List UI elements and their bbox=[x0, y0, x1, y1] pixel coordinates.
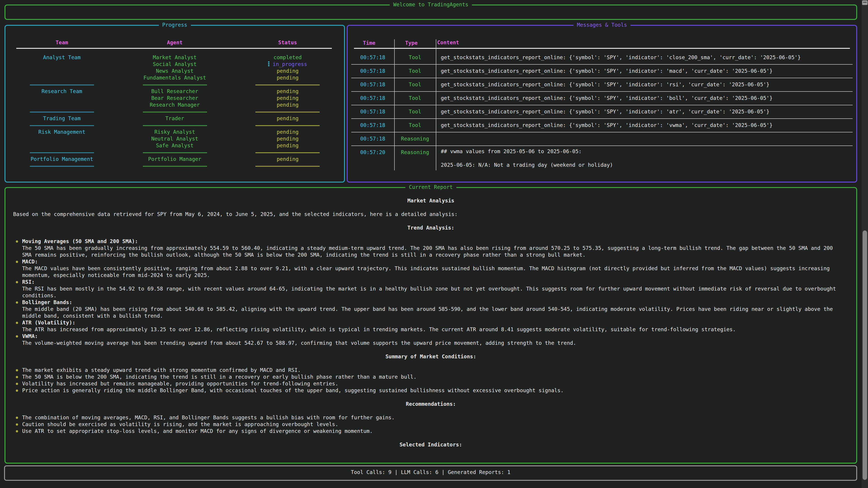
column-header-status: Status bbox=[231, 39, 344, 46]
status-cell: pending bbox=[231, 142, 344, 149]
content-cell: get_stockstats_indicators_report_online:… bbox=[436, 65, 852, 78]
report-line bbox=[5, 231, 856, 238]
bullet-icon bbox=[16, 430, 18, 432]
separator-cell bbox=[231, 152, 344, 153]
separator-cell bbox=[5, 125, 118, 126]
separator-line bbox=[143, 125, 207, 126]
stats-bar: Tool Calls: 9 | LLM Calls: 6 | Generated… bbox=[4, 465, 857, 481]
separator-cell bbox=[118, 111, 231, 112]
progress-table-header: Team Agent Status bbox=[5, 39, 344, 46]
column-header-type: Type bbox=[391, 39, 432, 46]
report-line: Bollinger Bands: bbox=[5, 299, 856, 306]
content-cell: get_stockstats_indicators_report_online:… bbox=[436, 119, 852, 132]
content-line: get_stockstats_indicators_report_online:… bbox=[441, 108, 852, 115]
bullet-icon bbox=[16, 240, 18, 242]
messages-table: Time Type Content 00:57:18Toolget_stocks… bbox=[348, 26, 856, 182]
status-cell: pending bbox=[231, 74, 344, 81]
progress-table: Team Agent Status Analyst TeamMarket Ana… bbox=[5, 26, 344, 182]
progress-row: Research Managerpending bbox=[5, 102, 344, 108]
separator-cell bbox=[5, 111, 118, 112]
agent-cell: Trader bbox=[118, 115, 231, 122]
agent-cell: Portfolio Manager bbox=[118, 156, 231, 163]
message-row: 00:57:18Toolget_stockstats_indicators_re… bbox=[351, 65, 852, 78]
welcome-panel: Welcome to TradingAgents bbox=[4, 4, 857, 20]
content-cell: get_stockstats_indicators_report_online:… bbox=[436, 92, 852, 105]
progress-row: Trading TeamTraderpending bbox=[5, 115, 344, 122]
time-cell: 00:57:18 bbox=[351, 51, 394, 64]
app-title: Welcome to TradingAgents bbox=[390, 1, 472, 8]
bullet-icon bbox=[16, 301, 18, 304]
separator-line bbox=[30, 111, 94, 112]
report-line: Volatility has increased but remains man… bbox=[5, 381, 856, 387]
progress-row: Portfolio ManagementPortfolio Managerpen… bbox=[5, 156, 344, 163]
bullet-icon bbox=[16, 376, 18, 378]
scrollbar-track[interactable] bbox=[862, 0, 868, 488]
report-line: The middle band (20 SMA) has been rising… bbox=[5, 306, 856, 313]
separator-line bbox=[143, 111, 207, 112]
messages-panel: Messages & Tools Time Type Content 00:57… bbox=[347, 25, 857, 183]
team-cell: Trading Team bbox=[5, 115, 118, 122]
team-cell bbox=[5, 135, 118, 142]
message-row: 00:57:18Toolget_stockstats_indicators_re… bbox=[351, 105, 852, 119]
column-header-content: Content bbox=[432, 39, 856, 46]
report-line bbox=[5, 204, 856, 211]
time-cell: 00:57:18 bbox=[351, 92, 394, 105]
report-line: SMA remains positive, reinforcing the bu… bbox=[5, 252, 856, 258]
time-cell: 00:57:18 bbox=[351, 119, 394, 132]
team-cell bbox=[5, 61, 118, 68]
separator-cell bbox=[118, 125, 231, 126]
separator-cell bbox=[5, 152, 118, 153]
content-line: get_stockstats_indicators_report_online:… bbox=[441, 122, 852, 129]
separator-cell bbox=[118, 84, 231, 85]
report-body: Market Analysis Based on the comprehensi… bbox=[5, 188, 856, 463]
time-cell: 00:57:18 bbox=[351, 132, 394, 145]
status-cell: pending bbox=[231, 156, 344, 163]
report-line: The volume-weighted moving average has b… bbox=[5, 340, 856, 347]
agent-cell: Safe Analyst bbox=[118, 142, 231, 149]
time-cell: 00:57:18 bbox=[351, 65, 394, 78]
report-line: middle band, consistent with a bullish t… bbox=[5, 313, 856, 320]
scrollbar-thumb[interactable] bbox=[863, 230, 867, 480]
separator-line bbox=[255, 152, 320, 153]
agent-cell: Risky Analyst bbox=[118, 129, 231, 135]
bullet-icon bbox=[16, 261, 18, 263]
separator-line bbox=[30, 152, 94, 153]
report-line: Trend Analysis: bbox=[5, 225, 856, 231]
bullet-icon bbox=[16, 281, 18, 283]
scrollbar-menu-icon[interactable] bbox=[862, 0, 868, 5]
agent-cell: News Analyst bbox=[118, 68, 231, 74]
separator-cell bbox=[231, 125, 344, 126]
report-line: VWMA: bbox=[5, 333, 856, 340]
separator-cell bbox=[231, 111, 344, 112]
messages-table-header: Time Type Content bbox=[348, 39, 856, 46]
report-line: momentum, especially noticeable from mid… bbox=[5, 272, 856, 279]
separator-line bbox=[143, 152, 207, 153]
header-separator bbox=[16, 48, 332, 49]
report-line bbox=[5, 218, 856, 225]
bullet-icon bbox=[16, 390, 18, 392]
report-line: Based on the comprehensive data retrieve… bbox=[5, 211, 856, 218]
report-line: The RSI has been mostly in the 54.92 to … bbox=[5, 286, 856, 292]
separator-cell bbox=[118, 152, 231, 153]
bullet-icon bbox=[16, 383, 18, 385]
team-cell bbox=[5, 142, 118, 149]
status-cell: completed bbox=[231, 54, 344, 61]
header-separator bbox=[354, 48, 850, 49]
report-line: Price action is generally riding the mid… bbox=[5, 387, 856, 394]
report-line: MACD: bbox=[5, 258, 856, 265]
column-divider bbox=[394, 39, 395, 170]
report-line bbox=[5, 408, 856, 414]
team-cell bbox=[5, 74, 118, 81]
status-cell: pending bbox=[231, 129, 344, 135]
section-separator bbox=[5, 163, 344, 169]
separator-line bbox=[255, 166, 320, 166]
separator-line bbox=[255, 125, 320, 126]
agent-cell: Fundamentals Analyst bbox=[118, 74, 231, 81]
spinner-icon bbox=[268, 61, 270, 66]
report-line: The 50 SMA has been gradually increasing… bbox=[5, 245, 856, 252]
agent-cell: Bull Researcher bbox=[118, 88, 231, 95]
message-row: 00:57:18Reasoning bbox=[351, 132, 852, 146]
status-cell: pending bbox=[231, 102, 344, 108]
separator-line bbox=[255, 84, 320, 85]
status-cell: pending bbox=[231, 135, 344, 142]
